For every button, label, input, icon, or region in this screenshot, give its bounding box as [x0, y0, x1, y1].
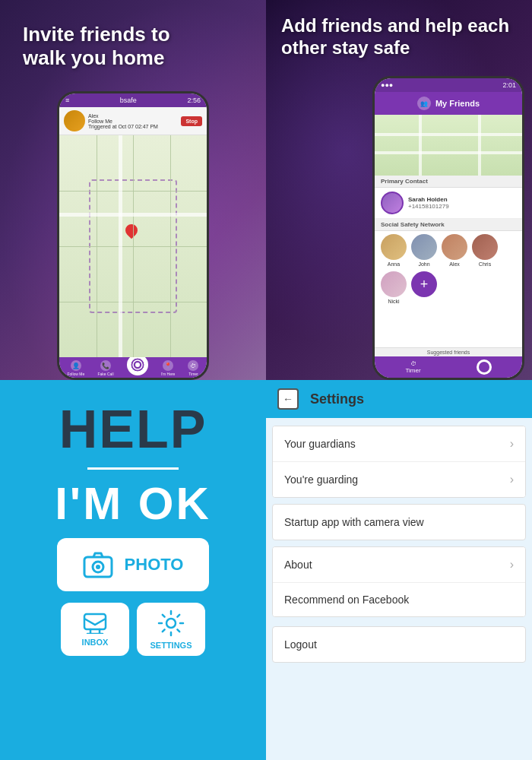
sos-inner-2: [479, 362, 489, 372]
signal-2: ●●●: [381, 81, 393, 89]
network-avatars: Anna John Alex: [375, 231, 522, 307]
chris-avatar: [472, 234, 498, 260]
about-group: About › Recommend on Facebook: [272, 546, 526, 617]
facebook-item[interactable]: Recommend on Facebook: [273, 583, 525, 616]
settings-btn-label: SETTINGS: [150, 641, 192, 650]
panel-help: HELP I'M OK PHOTO INBOX: [0, 380, 266, 760]
john-name: John: [418, 261, 429, 267]
youre-guarding-item[interactable]: You're guarding ›: [273, 462, 525, 497]
alex-avatar: [442, 234, 467, 260]
friend-john: John: [411, 234, 437, 267]
footer-timer-icon-2: ⏱: [410, 360, 416, 367]
sos-button[interactable]: [127, 354, 148, 375]
status-bar-2: ●●● 2:01: [375, 78, 522, 92]
about-item[interactable]: About ›: [273, 547, 525, 583]
settings-icon: [157, 610, 185, 637]
photo-label: PHOTO: [125, 555, 184, 575]
street-h: [59, 213, 207, 217]
friend-alex: Alex: [442, 234, 467, 267]
chris-name: Chris: [479, 261, 491, 267]
network-section-label: Social Safety Network: [375, 219, 522, 231]
footer-imhere[interactable]: 📍 I'm Here: [161, 360, 176, 376]
map-line-v1: [97, 135, 97, 357]
alert-text: Alex Follow Me Triggered at Oct 07 02:47…: [88, 113, 178, 129]
friends-screen-header: 👥 My Friends: [375, 92, 522, 115]
help-word: HELP: [59, 403, 207, 456]
anna-name: Anna: [388, 261, 400, 267]
svg-point-5: [96, 565, 100, 569]
svg-point-7: [166, 619, 176, 628]
footer-sos[interactable]: [127, 360, 148, 376]
logout-label: Logout: [284, 638, 317, 651]
contact-phone: +14158101279: [408, 203, 449, 210]
time-1: 2:56: [187, 97, 201, 104]
your-guardians-label: Your guardians: [284, 438, 356, 450]
contact-info: Sarah Holden +14158101279: [408, 196, 449, 210]
footer-fakecall[interactable]: 📞 Fake Call: [97, 360, 113, 376]
phone-screen-friends: ●●● 2:01 👥 My Friends Primary Contact: [375, 78, 522, 378]
friends-map-bg: [375, 115, 522, 176]
panel-settings: ← Settings Your guardians › You're guard…: [266, 380, 532, 760]
invite-headline: Invite friends to walk you home: [23, 23, 175, 70]
footer-timer-label-2: Timer: [405, 367, 420, 374]
camera-icon: [83, 551, 113, 578]
alert-bar: Alex Follow Me Triggered at Oct 07 02:47…: [59, 107, 207, 135]
ok-word: I'M OK: [55, 481, 211, 527]
friends-footer: ⏱ Timer: [375, 356, 522, 378]
settings-button[interactable]: SETTINGS: [137, 603, 205, 656]
phone-screen-invite: ≡ bsafe 2:56 Alex Follow Me Triggered at…: [59, 93, 207, 378]
map-street-4: [478, 115, 481, 176]
about-chevron: ›: [510, 558, 514, 572]
your-guardians-item[interactable]: Your guardians ›: [273, 426, 525, 462]
john-avatar: [411, 234, 437, 260]
guardians-group: Your guardians › You're guarding ›: [272, 426, 526, 498]
alert-avatar: [64, 110, 85, 131]
footer-sos-2[interactable]: [477, 359, 492, 375]
location-icon: 📍: [163, 360, 173, 371]
signal-1: ≡: [65, 97, 69, 104]
youre-guarding-label: You're guarding: [284, 473, 358, 486]
footer-timer-2[interactable]: ⏱ Timer: [405, 360, 420, 374]
panel-friends: Add friends and help each other stay saf…: [266, 0, 532, 380]
footer-timer-label: Timer: [188, 372, 198, 376]
logout-item[interactable]: Logout: [272, 626, 526, 663]
svg-point-2: [135, 363, 140, 367]
stop-button[interactable]: Stop: [181, 116, 202, 126]
youre-guarding-chevron: ›: [510, 473, 514, 486]
street-v: [119, 135, 122, 357]
time-2: 2:01: [502, 81, 516, 89]
map-street-2: [375, 151, 522, 154]
photo-button[interactable]: PHOTO: [57, 538, 209, 591]
friends-headline: Add friends and help each other stay saf…: [281, 15, 521, 59]
footer-imhere-label: I'm Here: [161, 372, 176, 376]
add-friend-button[interactable]: +: [411, 271, 437, 297]
back-button[interactable]: ←: [277, 388, 299, 410]
alert-time: Triggered at Oct 07 02:47 PM: [88, 124, 158, 129]
footer-timer[interactable]: ⏱ Timer: [188, 360, 198, 376]
map-street-1: [375, 133, 522, 136]
panel-invite: Invite friends to walk you home ≡ bsafe …: [0, 0, 266, 380]
friend-chris: Chris: [472, 234, 498, 267]
inbox-button[interactable]: INBOX: [61, 603, 129, 656]
timer-icon: ⏱: [188, 360, 198, 371]
anna-avatar: [381, 234, 407, 260]
nicki-name: Nicki: [388, 299, 399, 304]
contact-avatar: [381, 192, 404, 214]
friends-title: My Friends: [435, 99, 480, 108]
settings-list: Your guardians › You're guarding › Start…: [266, 418, 532, 760]
alert-name: Alex: [88, 113, 99, 119]
phone-icon: 📞: [100, 360, 111, 371]
your-guardians-chevron: ›: [510, 437, 514, 451]
friend-anna: Anna: [381, 234, 407, 267]
sos-icon: [130, 357, 145, 372]
map-line-v2: [133, 135, 134, 357]
primary-section-label: Primary Contact: [375, 176, 522, 188]
phone-mockup-invite: ≡ bsafe 2:56 Alex Follow Me Triggered at…: [57, 91, 209, 380]
walk-icon: 👤: [71, 360, 81, 371]
add-friend[interactable]: +: [411, 271, 437, 304]
map-street-3: [419, 115, 422, 176]
footer-follow[interactable]: 👤 Follow Me: [68, 360, 85, 376]
startup-camera-item[interactable]: Startup app with camera view: [272, 504, 526, 540]
startup-camera-label: Startup app with camera view: [284, 516, 424, 528]
settings-title: Settings: [310, 391, 364, 407]
